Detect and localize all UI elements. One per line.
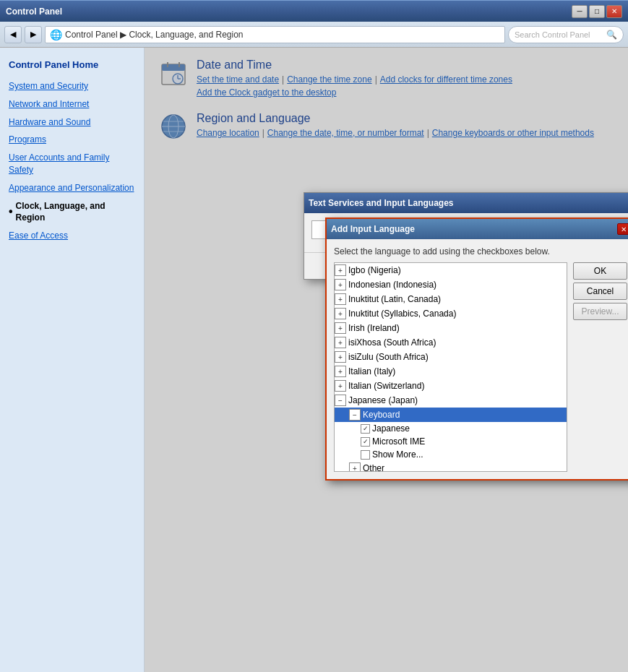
add-input-language-desc: Select the language to add using the che… — [334, 246, 627, 257]
title-bar-text: Control Panel — [6, 7, 62, 17]
back-button[interactable]: ◀ — [4, 26, 22, 43]
main-window: ◀ ▶ 🌐 Control Panel ▶ Clock, Language, a… — [0, 22, 628, 672]
language-tree[interactable]: + Igbo (Nigeria) + Indonesian (Indonesia… — [334, 262, 567, 472]
title-bar-buttons: ─ □ ✕ — [572, 5, 622, 18]
expand-icon-inuktitut-syllabics[interactable]: + — [335, 308, 346, 319]
tree-item-keyboard[interactable]: − Keyboard — [335, 408, 567, 422]
expand-icon-inuktitut-latin[interactable]: + — [335, 293, 346, 305]
sidebar-item-ease[interactable]: Ease of Access — [0, 227, 144, 245]
add-input-language-body: Select the language to add using the che… — [327, 239, 628, 479]
add-language-cancel-button[interactable]: Cancel — [573, 283, 627, 300]
add-language-preview-button[interactable]: Preview... — [573, 303, 627, 320]
sidebar-item-programs[interactable]: Programs — [0, 131, 144, 149]
sidebar-item-useraccts[interactable]: User Accounts and Family Safety — [0, 149, 144, 179]
main-content: Date and Time Set the time and date | Ch… — [145, 48, 628, 672]
tree-item-igbo[interactable]: + Igbo (Nigeria) — [335, 263, 567, 277]
folder-icon: 🌐 — [50, 29, 62, 40]
expand-icon-italian-italy[interactable]: + — [335, 366, 346, 377]
search-box[interactable]: Search Control Panel 🔍 — [508, 26, 624, 43]
sidebar-item-network[interactable]: Network and Internet — [0, 95, 144, 113]
expand-icon-isixhosa[interactable]: + — [335, 337, 346, 348]
sidebar-item-clock[interactable]: Clock, Language, and Region — [0, 197, 144, 228]
add-input-language-content: + Igbo (Nigeria) + Indonesian (Indonesia… — [334, 262, 627, 472]
tree-item-inuktitut-syllabics[interactable]: + Inuktitut (Syllabics, Canada) — [335, 306, 567, 321]
checkbox-show-more[interactable] — [361, 450, 370, 460]
expand-icon-indonesian[interactable]: + — [335, 279, 346, 290]
search-placeholder: Search Control Panel — [515, 30, 603, 39]
tree-item-indonesian[interactable]: + Indonesian (Indonesia) — [335, 277, 567, 292]
add-input-language-title-bar: Add Input Language ✕ — [327, 219, 628, 239]
expand-icon-other[interactable]: + — [349, 462, 361, 472]
forward-button[interactable]: ▶ — [25, 26, 42, 43]
tree-item-italian-switzerland[interactable]: + Italian (Switzerland) — [335, 379, 567, 393]
tree-item-italian-italy[interactable]: + Italian (Italy) — [335, 364, 567, 379]
expand-icon-italian-switzerland[interactable]: + — [335, 380, 346, 392]
expand-icon-irish[interactable]: + — [335, 322, 346, 334]
tree-item-japanese-keyboard[interactable]: ✓ Japanese — [335, 422, 567, 435]
close-window-button[interactable]: ✕ — [606, 5, 622, 18]
text-services-title-bar: Text Services and Input Languages ✕ — [304, 193, 628, 213]
sidebar-home[interactable]: Control Panel Home — [0, 55, 144, 77]
title-bar: Control Panel ─ □ ✕ — [0, 0, 628, 22]
address-text: Control Panel ▶ Clock, Language, and Reg… — [65, 30, 244, 40]
sidebar-item-hardware[interactable]: Hardware and Sound — [0, 113, 144, 132]
add-input-language-dialog: Add Input Language ✕ Select the language… — [325, 217, 628, 481]
tree-item-microsoft-ime[interactable]: ✓ Microsoft IME — [335, 435, 567, 448]
tree-item-japanese[interactable]: − Japanese (Japan) — [335, 393, 567, 408]
sidebar: Control Panel Home System and Security N… — [0, 48, 145, 672]
tree-item-other[interactable]: + Other — [335, 461, 567, 472]
address-field[interactable]: 🌐 Control Panel ▶ Clock, Language, and R… — [45, 26, 505, 43]
text-services-title: Text Services and Input Languages — [309, 198, 454, 208]
tree-item-isixhosa[interactable]: + isiXhosa (South Africa) — [335, 335, 567, 350]
tree-item-isizulu[interactable]: + isiZulu (South Africa) — [335, 350, 567, 364]
expand-icon-japanese[interactable]: − — [335, 395, 346, 406]
expand-icon-igbo[interactable]: + — [335, 264, 346, 276]
sidebar-item-appearance[interactable]: Appearance and Personalization — [0, 179, 144, 197]
checkbox-japanese[interactable]: ✓ — [361, 424, 370, 434]
checkbox-microsoft-ime[interactable]: ✓ — [361, 437, 370, 447]
minimize-button[interactable]: ─ — [572, 5, 588, 18]
search-icon: 🔍 — [606, 30, 617, 40]
address-bar: ◀ ▶ 🌐 Control Panel ▶ Clock, Language, a… — [0, 22, 628, 48]
tree-item-show-more[interactable]: Show More... — [335, 448, 567, 461]
add-language-ok-button[interactable]: OK — [573, 262, 627, 280]
maximize-button[interactable]: □ — [589, 5, 605, 18]
tree-item-irish[interactable]: + Irish (Ireland) — [335, 321, 567, 335]
expand-icon-keyboard[interactable]: − — [349, 409, 361, 421]
tree-item-inuktitut-latin[interactable]: + Inuktitut (Latin, Canada) — [335, 292, 567, 306]
expand-icon-isizulu[interactable]: + — [335, 351, 346, 363]
add-input-language-actions: OK Cancel Preview... — [573, 262, 627, 472]
add-input-language-title: Add Input Language — [331, 224, 415, 234]
content-area: Control Panel Home System and Security N… — [0, 48, 628, 672]
sidebar-item-system[interactable]: System and Security — [0, 77, 144, 95]
add-input-language-close-button[interactable]: ✕ — [617, 223, 628, 235]
